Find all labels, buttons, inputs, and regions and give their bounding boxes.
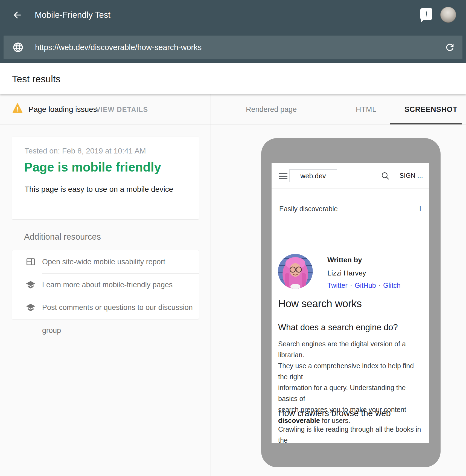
- additional-resources-heading: Additional resources: [24, 232, 101, 242]
- panel-divider: [211, 94, 211, 476]
- sign-in-label: SIGN ...: [400, 169, 423, 182]
- app-title: Mobile-Friendly Test: [35, 0, 110, 30]
- active-tab-indicator: [390, 123, 462, 124]
- resource-discussion-group[interactable]: Post comments or questions to our discus…: [12, 296, 199, 319]
- author-links: Twitter·GitHub·Glitch: [327, 281, 401, 289]
- warning-icon: [12, 103, 23, 113]
- school-icon: [26, 280, 36, 290]
- resource-usability-report[interactable]: Open site-wide mobile usability report: [12, 250, 199, 273]
- screenshot-site-header: web.dev SIGN ...: [272, 163, 429, 189]
- resources-card: Open site-wide mobile usability report L…: [12, 250, 199, 319]
- author-avatar: [278, 254, 313, 289]
- tested-url: https://web.dev/discoverable/how-search-…: [35, 36, 202, 59]
- written-by-label: Written by: [327, 256, 362, 264]
- user-avatar[interactable]: [440, 7, 456, 23]
- app-bar: Mobile-Friendly Test ! https://web.dev/d…: [0, 0, 466, 63]
- verdict-description: This page is easy to use on a mobile dev…: [25, 185, 173, 194]
- url-bar[interactable]: https://web.dev/discoverable/how-search-…: [4, 36, 462, 59]
- refresh-icon[interactable]: [444, 42, 455, 53]
- view-details-button[interactable]: VIEW DETAILS: [96, 94, 148, 124]
- back-button[interactable]: [12, 10, 22, 20]
- phone-mockup: web.dev SIGN ... Easily discoverable I: [261, 138, 441, 467]
- section-paragraph: Crawling is like reading through all the…: [278, 424, 424, 443]
- search-icon: [380, 171, 390, 181]
- verdict-heading: Page is mobile friendly: [24, 160, 161, 175]
- globe-icon: [12, 42, 24, 53]
- article-title: How search works: [278, 298, 362, 310]
- school-icon: [26, 303, 36, 312]
- breadcrumb: Easily discoverable: [279, 205, 338, 213]
- section-heading: How crawlers browse the web: [278, 408, 391, 418]
- warning-label: Page loading issues: [28, 94, 97, 124]
- back-arrow-icon: [12, 10, 22, 20]
- github-link: GitHub: [355, 281, 376, 289]
- tab-html[interactable]: HTML: [356, 94, 377, 124]
- glitch-link: Glitch: [383, 281, 401, 289]
- resource-learn-more[interactable]: Learn more about mobile-friendly pages: [12, 273, 199, 296]
- tested-on-timestamp: Tested on: Feb 8, 2019 at 10:41 AM: [25, 147, 146, 155]
- resource-label: Learn more about mobile-friendly pages: [42, 273, 173, 296]
- author-name: Lizzi Harvey: [327, 269, 366, 277]
- resource-label: Open site-wide mobile usability report: [42, 250, 165, 273]
- page-title: Test results: [12, 63, 60, 94]
- site-logo: web.dev: [289, 169, 337, 182]
- twitter-link: Twitter: [327, 281, 348, 289]
- feedback-icon[interactable]: !: [420, 8, 432, 20]
- hamburger-icon: [279, 173, 287, 180]
- breadcrumb-overflow: I: [419, 205, 421, 213]
- screenshot-preview: web.dev SIGN ... Easily discoverable I: [272, 163, 429, 443]
- result-card: Tested on: Feb 8, 2019 at 10:41 AM Page …: [12, 137, 199, 219]
- section-heading: What does a search engine do?: [278, 323, 398, 332]
- resource-label: Post comments or questions to our discus…: [42, 296, 199, 319]
- link-separator: ·: [350, 281, 352, 289]
- mobile-friendly-test-app: Mobile-Friendly Test ! https://web.dev/d…: [0, 0, 466, 476]
- tab-screenshot[interactable]: SCREENSHOT: [404, 94, 458, 124]
- link-separator: ·: [378, 281, 381, 289]
- page-header: Test results: [0, 63, 466, 94]
- content-area: Page loading issues VIEW DETAILS Rendere…: [0, 94, 466, 476]
- paragraph-text: Search engines are the digital version o…: [278, 340, 414, 413]
- tab-rendered-page[interactable]: Rendered page: [246, 94, 297, 124]
- usability-report-icon: [26, 257, 36, 267]
